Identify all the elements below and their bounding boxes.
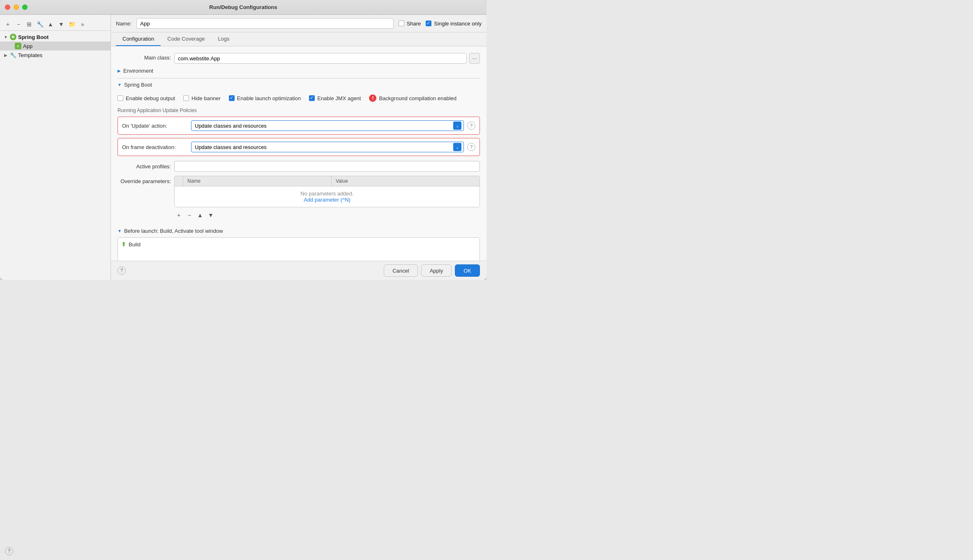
single-instance-checkbox[interactable] [426,21,431,26]
app-icon: A [15,43,21,49]
params-table-body: No parameters added. Add parameter (^N) [175,186,480,207]
build-item: ⬆ Build [121,241,476,248]
minimize-button[interactable] [14,5,19,10]
more-button[interactable]: » [78,20,87,29]
traffic-lights [5,5,28,10]
share-checkbox[interactable] [399,21,404,26]
hide-banner-option: Hide banner [183,95,221,101]
enable-debug-option: Enable debug output [118,95,175,101]
enable-debug-label: Enable debug output [126,95,175,101]
sidebar-templates-label: Templates [18,52,42,58]
footer: ? Cancel Apply OK [111,261,486,280]
tab-configuration[interactable]: Configuration [116,32,161,46]
folder-button[interactable]: 📁 [67,20,76,29]
browse-button[interactable]: ··· [469,53,480,64]
enable-jmx-label: Enable JMX agent [317,95,361,101]
background-compilation-option: ! Background compilation enabled [369,94,457,102]
sidebar-item-app[interactable]: A App [0,41,111,50]
build-label: Build [129,241,141,248]
spring-boot-section-title: Spring Boot [124,82,152,88]
params-up-button[interactable]: ▲ [196,211,205,220]
enable-debug-checkbox[interactable] [118,95,123,101]
params-table: Name Value No parameters added. Add para… [174,176,480,207]
enable-jmx-checkbox[interactable] [309,95,315,101]
sidebar-app-label: App [23,43,32,49]
share-label: Share [407,21,421,27]
spring-boot-section-header[interactable]: ▼ Spring Boot [118,82,480,88]
on-update-select-wrapper: Update classes and resources ⌄ [191,120,464,131]
sidebar-spring-boot-label: Spring Boot [18,34,48,40]
hide-banner-label: Hide banner [191,95,221,101]
on-frame-policy-row: On frame deactivation: Update classes an… [122,142,475,152]
on-update-label: On 'Update' action: [122,123,188,129]
down-button[interactable]: ▼ [57,20,66,29]
before-launch-title: Before launch: Build, Activate tool wind… [124,228,223,234]
add-param-link[interactable]: Add parameter (^N) [304,197,350,203]
hide-banner-checkbox[interactable] [183,95,189,101]
environment-section-header[interactable]: ▶ Environment [118,68,480,74]
close-button[interactable] [5,5,10,10]
spring-boot-icon: ✿ [10,34,16,40]
footer-help-icon[interactable]: ? [118,266,126,275]
expand-arrow-icon: ▼ [3,34,8,39]
add-config-button[interactable]: + [3,20,12,29]
maximize-button[interactable] [22,5,28,10]
override-params-container: Override parameters: Name Value No param… [118,176,480,221]
templates-wrench-icon: 🔧 [10,52,16,58]
wrench-button[interactable]: 🔧 [35,20,44,29]
params-table-header: Name Value [175,176,480,186]
enable-launch-checkbox[interactable] [229,95,235,101]
active-profiles-row: Active profiles: [118,161,480,172]
main-window: Run/Debug Configurations + − ⊞ 🔧 ▲ ▼ 📁 »… [0,0,486,280]
divider-1 [118,78,480,78]
remove-config-button[interactable]: − [14,20,23,29]
params-add-button[interactable]: + [174,211,183,220]
active-profiles-label: Active profiles: [118,163,171,170]
params-down-button[interactable]: ▼ [206,211,215,220]
params-remove-button[interactable]: − [185,211,194,220]
params-table-container: Name Value No parameters added. Add para… [174,176,480,221]
main-class-row: Main class: ··· [118,53,480,64]
apply-button[interactable]: Apply [421,264,452,277]
on-update-help-button[interactable]: ? [467,122,475,130]
tab-logs[interactable]: Logs [211,32,236,46]
copy-config-button[interactable]: ⊞ [25,20,34,29]
top-bar: Name: Share Single instance only [111,15,486,32]
on-frame-label: On frame deactivation: [122,144,188,150]
on-frame-select[interactable]: Update classes and resources [191,142,464,152]
tabs-bar: Configuration Code Coverage Logs [111,32,486,46]
ok-button[interactable]: OK [455,264,480,277]
cancel-button[interactable]: Cancel [384,264,417,277]
spring-boot-section: ▼ Spring Boot Enable debug output Hide b… [118,82,480,156]
main-class-label: Main class: [118,53,171,61]
on-update-select[interactable]: Update classes and resources [191,120,464,131]
main-content: + − ⊞ 🔧 ▲ ▼ 📁 » ▼ ✿ Spring Boot A App [0,15,486,280]
on-frame-help-button[interactable]: ? [467,143,475,151]
sidebar-item-templates[interactable]: ▶ 🔧 Templates [0,50,111,60]
main-class-input[interactable] [174,53,467,64]
before-launch-section: ▼ Before launch: Build, Activate tool wi… [118,228,480,261]
name-input[interactable] [136,18,393,29]
single-instance-label: Single instance only [434,21,482,27]
before-launch-header[interactable]: ▼ Before launch: Build, Activate tool wi… [118,228,480,234]
config-panel: Main class: ··· ▶ Environment ▼ [111,46,486,261]
override-params-label: Override parameters: [118,176,171,184]
tab-code-coverage[interactable]: Code Coverage [161,32,211,46]
main-class-input-area: ··· [174,53,480,64]
on-update-policy-box: On 'Update' action: Update classes and r… [118,117,480,135]
environment-section-title: Environment [123,68,153,74]
sidebar-item-spring-boot[interactable]: ▼ ✿ Spring Boot [0,32,111,41]
sidebar-toolbar: + − ⊞ 🔧 ▲ ▼ 📁 » [0,18,111,31]
params-table-toolbar: + − ▲ ▼ [174,209,480,221]
build-arrow-icon: ⬆ [121,241,126,248]
background-compilation-label: Background compilation enabled [379,95,457,101]
enable-launch-label: Enable launch optimization [237,95,301,101]
spring-boot-triangle-icon: ▼ [118,83,122,87]
before-launch-body: ⬆ Build [118,237,480,261]
up-button[interactable]: ▲ [46,20,55,29]
params-value-col: Value [332,176,480,186]
single-instance-area: Single instance only [426,21,482,27]
enable-jmx-option: Enable JMX agent [309,95,361,101]
spring-boot-options-row: Enable debug output Hide banner Enable l… [118,92,480,104]
active-profiles-input[interactable] [174,161,480,172]
